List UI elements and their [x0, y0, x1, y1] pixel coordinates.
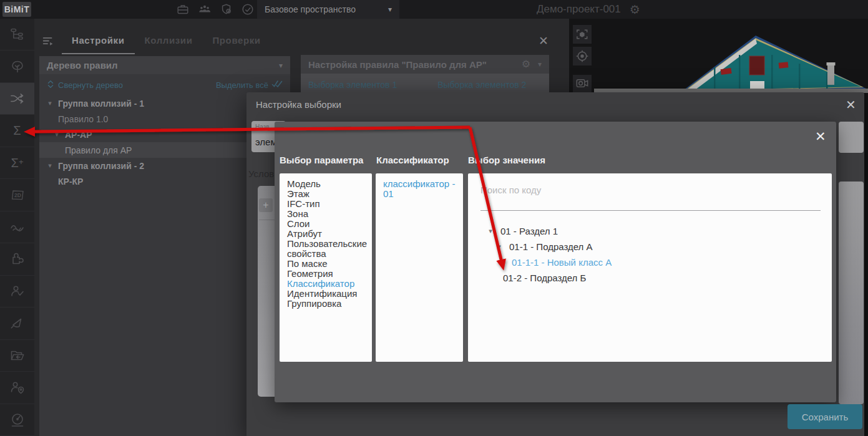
topbar: BiMiT Базовое простра: [0, 0, 868, 19]
parameter-item[interactable]: Этаж: [287, 189, 369, 199]
project-header: Демо-проект-001 ⚙: [537, 0, 640, 19]
sidebar-item-collisions[interactable]: [0, 83, 34, 115]
rules-tree-header[interactable]: Дерево правил ▾: [39, 56, 290, 74]
check-circle-icon[interactable]: [241, 2, 255, 16]
value-column-header: Выбор значения: [468, 155, 545, 165]
building-model: [649, 25, 868, 94]
sidebar-item-2d[interactable]: 2D: [0, 179, 34, 211]
value-tree-item[interactable]: ▾ 01-1-1 - Новый класс А: [480, 254, 819, 270]
dashboard-gauge-icon: [9, 412, 26, 428]
select-all-link[interactable]: Выделить всё: [216, 80, 268, 90]
sidebar-item-construction[interactable]: [0, 308, 34, 339]
caret-down-icon[interactable]: ▾: [52, 130, 61, 138]
team-icon[interactable]: [197, 2, 212, 16]
gear-icon[interactable]: ⚙: [522, 59, 530, 69]
rules-tree-title: Дерево правил: [47, 60, 118, 70]
focus-frame-button[interactable]: [573, 25, 592, 44]
sidebar-item-plugins[interactable]: [0, 243, 34, 275]
caret-down-icon[interactable]: ▾: [46, 162, 54, 170]
sidebar-item-summary-add[interactable]: Σ+: [0, 147, 34, 179]
briefcase-icon[interactable]: [176, 2, 190, 16]
parameter-item[interactable]: По маске: [287, 259, 369, 269]
rule-settings-header[interactable]: Настройка правила "Правило для АР" ⚙ ▾: [301, 55, 549, 74]
add-condition-button[interactable]: +: [259, 198, 273, 212]
summary-sigma-icon: Σ: [13, 124, 21, 138]
parameter-item[interactable]: Идентификация: [287, 289, 369, 299]
close-icon[interactable]: ✕: [846, 97, 856, 112]
bimit-logo: BiMiT: [2, 2, 31, 17]
parameter-item[interactable]: Атрибут: [287, 229, 369, 239]
caret-down-icon: ▾: [388, 5, 392, 14]
tree-item-label: Правило для АР: [65, 145, 132, 155]
caret-down-icon[interactable]: ▾: [46, 99, 54, 107]
environment-tree-icon: [9, 59, 26, 75]
parameter-item[interactable]: Классификатор: [287, 279, 369, 289]
sidebar-item-user-approve[interactable]: [0, 276, 34, 308]
value-tree-label: 01-2 - Подраздел Б: [503, 273, 586, 283]
shield-badge-icon[interactable]: [220, 2, 233, 16]
parameter-item[interactable]: Группировка: [287, 299, 369, 309]
right-field-fragment: [839, 122, 864, 153]
caret-down-icon[interactable]: ▾: [538, 60, 542, 69]
value-panel: ▾ 01 - Раздел 1 ▾ 01-1 - Подраздел А ▾ 0…: [468, 173, 832, 362]
svg-text:2D: 2D: [14, 192, 21, 198]
right-panel-fragment: [839, 182, 864, 404]
collapse-tree-icon[interactable]: [47, 79, 54, 91]
close-icon[interactable]: ✕: [539, 34, 549, 48]
target-icon: [575, 49, 590, 64]
tab[interactable]: Настройки: [62, 32, 135, 54]
sidebar: Σ Σ+ 2D: [0, 19, 34, 436]
caret-down-icon[interactable]: ▾: [494, 243, 504, 251]
topbar-toolbar: [176, 0, 255, 19]
search-input[interactable]: [480, 183, 821, 211]
sidebar-item-dashboard[interactable]: [0, 404, 34, 436]
conditions-label: Услов: [248, 168, 274, 179]
caret-down-icon: ▾: [279, 61, 283, 70]
value-tree-item[interactable]: ▾ 01-2 - Подраздел Б: [480, 270, 819, 286]
parameter-item[interactable]: Пользовательские свойства: [287, 239, 369, 259]
sidebar-item-environment[interactable]: [0, 51, 34, 82]
plugins-puzzle-icon: [9, 251, 26, 267]
parameter-item[interactable]: Зона: [287, 209, 369, 219]
tree-item-label: АР-АР: [65, 130, 92, 140]
sidebar-item-user-location[interactable]: [0, 372, 34, 404]
tree-item-label: КР-КР: [58, 177, 83, 187]
sidebar-item-graphs[interactable]: [0, 211, 34, 243]
sidebar-item-model-structure[interactable]: [0, 19, 34, 51]
target-button[interactable]: [573, 47, 592, 65]
menu-collapse-icon[interactable]: [41, 34, 55, 50]
parameter-item[interactable]: Геометрия: [287, 269, 369, 279]
user-approve-icon: [9, 283, 26, 299]
value-tree-item[interactable]: ▾ 01 - Раздел 1: [480, 223, 819, 239]
plan-2d-icon: 2D: [9, 187, 26, 203]
classifier-list: классификатор - 01: [376, 173, 463, 362]
parameter-item[interactable]: IFC-тип: [287, 199, 369, 209]
classifier-item[interactable]: классификатор - 01: [383, 179, 456, 199]
trowel-icon: [9, 315, 26, 331]
tree-item-label: Группа коллизий - 1: [58, 99, 144, 109]
save-button[interactable]: Сохранить: [788, 404, 862, 429]
tree-item-label: Группа коллизий - 2: [58, 161, 144, 171]
value-tree-item[interactable]: ▾ 01-1 - Подраздел А: [480, 239, 819, 254]
conditions-panel-fragment: [258, 186, 275, 397]
workspace-selector[interactable]: Базовое пространство ▾: [257, 0, 399, 19]
value-picker-dialog: ✕ Выбор параметра Классификатор Выбор зн…: [275, 122, 836, 402]
project-title: Демо-проект-001: [537, 3, 621, 16]
value-tree-label: 01-1 - Подраздел А: [509, 241, 592, 252]
caret-down-icon[interactable]: ▾: [485, 227, 495, 235]
collapse-tree-link[interactable]: Свернуть дерево: [58, 80, 123, 90]
parameter-item[interactable]: Слои: [287, 219, 369, 229]
sidebar-item-summary[interactable]: Σ: [0, 115, 34, 147]
close-icon[interactable]: ✕: [815, 129, 826, 144]
divider: [259, 220, 275, 220]
collision-shuffle-icon: [9, 90, 26, 107]
tab[interactable]: Проверки: [202, 32, 270, 54]
parameter-column-header: Выбор параметра: [280, 155, 363, 165]
tree-item-label: Правило 1.0: [58, 114, 108, 124]
tab[interactable]: Коллизии: [135, 32, 203, 54]
sidebar-item-folder-import[interactable]: [0, 340, 34, 372]
parameter-item[interactable]: Модель: [287, 179, 369, 189]
folder-import-icon: [9, 347, 26, 364]
camera-button[interactable]: [573, 75, 592, 92]
gear-icon[interactable]: ⚙: [630, 4, 640, 16]
